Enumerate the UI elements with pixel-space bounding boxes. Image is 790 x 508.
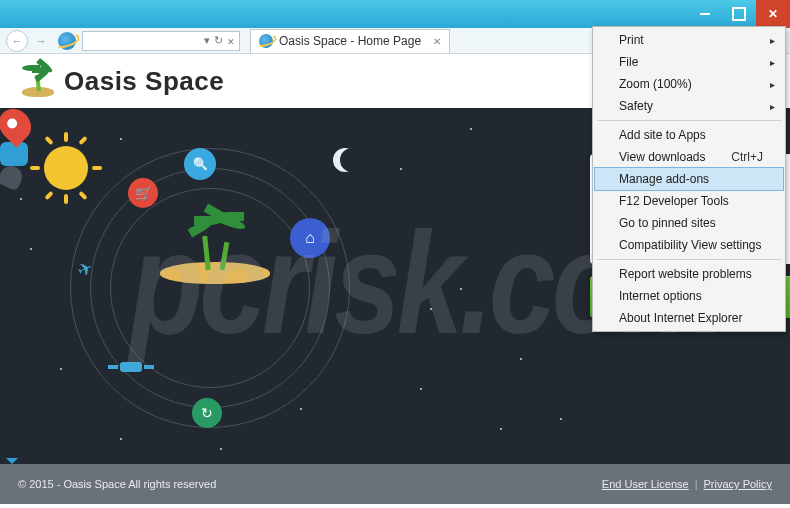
menu-zoom[interactable]: Zoom (100%) [595,73,783,95]
menu-pinned[interactable]: Go to pinned sites [595,212,783,234]
orbit-refresh-icon [192,398,222,428]
orbit-cart-icon: 🛒 [128,178,158,208]
menu-file[interactable]: File [595,51,783,73]
menu-view-downloads[interactable]: View downloads Ctrl+J [595,146,783,168]
browser-tab[interactable]: Oasis Space - Home Page ✕ [250,29,450,53]
island-graphic [160,218,270,284]
orbit-satellite-icon [120,362,142,372]
tab-close-icon[interactable]: ✕ [433,36,441,47]
ie-logo-icon [58,32,76,50]
stop-icon[interactable] [227,35,235,47]
window-close-button[interactable] [756,0,790,28]
nav-back-button[interactable]: ← [6,30,28,52]
footer-link-privacy[interactable]: Privacy Policy [704,478,772,490]
menu-report[interactable]: Report website problems [595,263,783,285]
palm-logo-icon [18,63,58,99]
footer-copyright: © 2015 - Oasis Space All rights reserved [18,478,216,490]
orbit-search-icon [184,148,216,180]
orbit-graphic [70,148,350,428]
menu-f12[interactable]: F12 Developer Tools [595,190,783,212]
address-bar[interactable]: ▾ [82,31,240,51]
nav-forward-button[interactable]: → [30,30,52,52]
footer-link-license[interactable]: End User License [602,478,689,490]
menu-options[interactable]: Internet options [595,285,783,307]
window-minimize-button[interactable] [688,0,722,28]
menu-separator [597,259,781,260]
window-maximize-button[interactable] [722,0,756,28]
window-titlebar [0,0,790,28]
menu-separator [597,120,781,121]
menu-print[interactable]: Print [595,29,783,51]
search-dropdown-icon[interactable]: ▾ [204,34,210,47]
site-logo[interactable]: Oasis Space [18,63,224,99]
menu-manage-addons[interactable]: Manage add-ons [595,168,783,190]
tab-title: Oasis Space - Home Page [279,34,421,48]
site-footer: © 2015 - Oasis Space All rights reserved… [0,464,790,504]
menu-safety[interactable]: Safety [595,95,783,117]
menu-about[interactable]: About Internet Explorer [595,307,783,329]
menu-add-site[interactable]: Add site to Apps [595,124,783,146]
tools-menu: Print File Zoom (100%) Safety Add site t… [592,26,786,332]
menu-compat[interactable]: Compatibility View settings [595,234,783,256]
menu-shortcut: Ctrl+J [731,150,763,164]
footer-separator: | [695,478,698,490]
orbit-home-icon [290,218,330,258]
orbit-rocket-icon [0,162,26,191]
tab-favicon-icon [259,34,273,48]
refresh-icon[interactable] [214,34,223,47]
logo-text: Oasis Space [64,66,224,97]
